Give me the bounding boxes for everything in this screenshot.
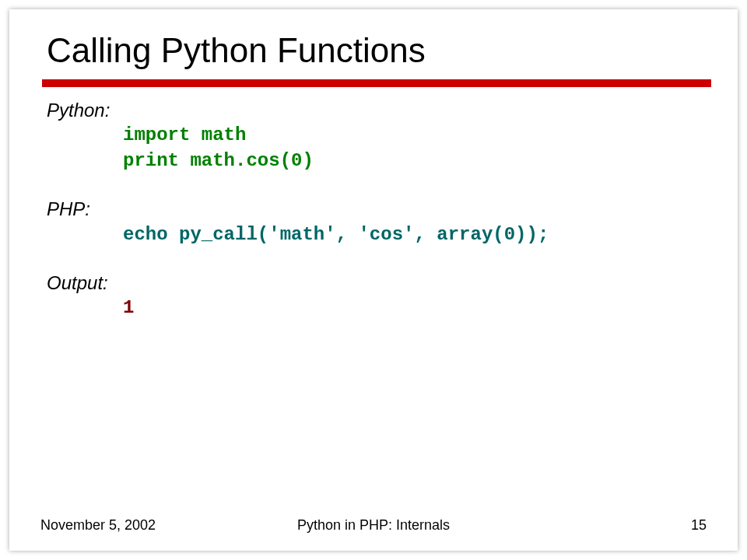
slide-body: Python: import math print math.cos(0) PH… bbox=[9, 87, 738, 321]
output-line-1: 1 bbox=[47, 296, 707, 320]
php-label: PHP: bbox=[47, 197, 707, 222]
title-underline-bar bbox=[42, 79, 711, 87]
python-code-line-1: import math bbox=[47, 123, 707, 148]
spacer bbox=[47, 173, 707, 197]
python-code-line-2: print math.cos(0) bbox=[47, 149, 707, 173]
slide-container: Calling Python Functions Python: import … bbox=[9, 9, 738, 551]
output-label: Output: bbox=[47, 271, 707, 296]
slide-title: Calling Python Functions bbox=[47, 31, 707, 70]
spacer bbox=[47, 247, 707, 271]
slide-footer: Python in PHP: Internals November 5, 200… bbox=[40, 517, 707, 534]
title-area: Calling Python Functions bbox=[9, 9, 738, 70]
footer-page-number: 15 bbox=[691, 517, 707, 534]
php-code-line-1: echo py_call('math', 'cos', array(0)); bbox=[47, 222, 707, 247]
footer-date: November 5, 2002 bbox=[40, 517, 156, 534]
python-label: Python: bbox=[47, 98, 707, 123]
